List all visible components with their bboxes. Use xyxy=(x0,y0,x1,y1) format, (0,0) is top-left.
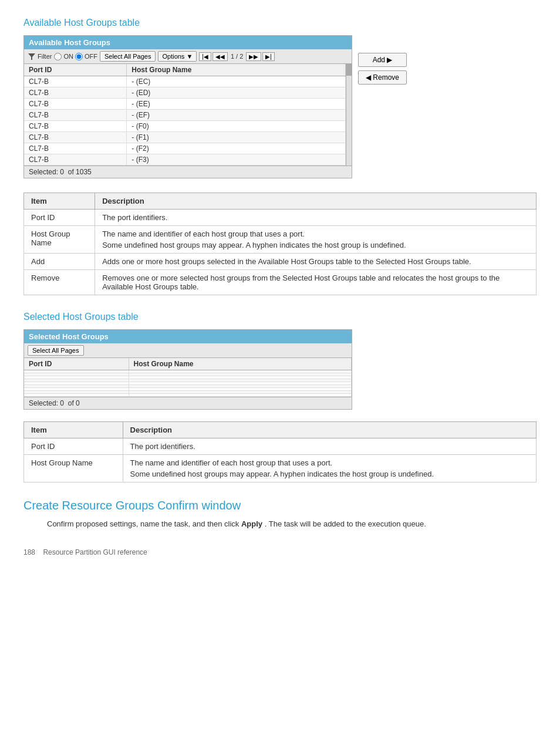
host-group-cell: - (EC) xyxy=(127,76,346,87)
scrollbar-thumb xyxy=(346,64,352,76)
port-id-cell: CL7-B xyxy=(24,132,127,143)
add-remove-buttons: Add ▶ ◀ Remove xyxy=(358,53,407,85)
item-cell: Add xyxy=(24,254,95,270)
item-cell: Host Group Name xyxy=(24,226,95,254)
last-page-btn[interactable]: ▶| xyxy=(262,52,275,61)
create-resource-groups-section: Create Resource Groups Confirm window Co… xyxy=(23,499,537,531)
available-toolbar: Filter ON OFF Select All Pages Options ▼… xyxy=(24,49,352,64)
col-port-id: Port ID xyxy=(24,64,127,76)
available-data-table: Port ID Host Group Name CL7-B- (EC)CL7-B… xyxy=(24,64,346,166)
on-label: ON xyxy=(63,53,73,60)
list-item: RemoveRemoves one or more selected host … xyxy=(24,270,537,295)
on-off-group: ON OFF xyxy=(54,53,97,60)
list-item: Port IDThe port identifiers. xyxy=(24,210,537,226)
available-desc-table: Item Description Port IDThe port identif… xyxy=(23,193,537,295)
selected-toolbar: Select All Pages xyxy=(24,343,352,358)
svg-marker-0 xyxy=(28,53,35,60)
desc-cell: Adds one or more host groups selected in… xyxy=(95,254,537,270)
available-selected-count: Selected: 0 of 1035 xyxy=(24,166,352,178)
table-row[interactable] xyxy=(24,394,352,397)
selected-table-header: Selected Host Groups xyxy=(24,330,352,343)
available-table-header: Available Host Groups xyxy=(24,36,352,49)
table-row[interactable]: CL7-B- (EC) xyxy=(24,76,346,87)
nav-controls: |◀ ◀◀ 1 / 2 ▶▶ ▶| xyxy=(199,52,275,61)
selected-desc-table: Item Description Port IDThe port identif… xyxy=(23,421,537,482)
first-page-btn[interactable]: |◀ xyxy=(199,52,211,61)
item-cell: Port ID xyxy=(24,438,123,455)
options-btn[interactable]: Options ▼ xyxy=(158,51,197,62)
desc-cell: The port identifiers. xyxy=(123,438,536,455)
table-row[interactable]: CL7-B- (F1) xyxy=(24,132,346,143)
page-info: 1 / 2 xyxy=(231,53,243,60)
selected-selected-count: Selected: 0 of 0 xyxy=(24,397,352,409)
port-id-cell: CL7-B xyxy=(24,110,127,121)
filter-label: Filter xyxy=(38,53,52,60)
host-group-cell: - (F2) xyxy=(127,143,346,154)
next-page-btn[interactable]: ▶▶ xyxy=(246,52,261,61)
filter-icon xyxy=(28,52,36,60)
item-cell: Remove xyxy=(24,270,95,295)
desc-cell: The port identifiers. xyxy=(95,210,537,226)
on-radio[interactable] xyxy=(54,53,62,60)
port-id-cell: CL7-B xyxy=(24,87,127,99)
table-row[interactable]: CL7-B- (ED) xyxy=(24,87,346,99)
desc-cell: Removes one or more selected host groups… xyxy=(95,270,537,295)
host-group-cell: - (F0) xyxy=(127,121,346,132)
list-item: Host Group NameThe name and identifier o… xyxy=(24,226,537,254)
page-footer: 188 Resource Partition GUI reference xyxy=(23,548,537,556)
available-table-wrap: Port ID Host Group Name CL7-B- (EC)CL7-B… xyxy=(24,64,352,166)
host-group-cell xyxy=(129,394,351,397)
selected-host-groups-container: Selected Host Groups Select All Pages Po… xyxy=(23,329,352,410)
port-id-cell xyxy=(24,394,129,397)
list-item: Port IDThe port identifiers. xyxy=(24,438,537,455)
selected-data-table: Port ID Host Group Name xyxy=(24,358,352,397)
port-id-cell: CL7-B xyxy=(24,154,127,166)
sel-col-port-id: Port ID xyxy=(24,358,129,370)
sel-desc-col-item: Item xyxy=(24,422,123,438)
create-section-title: Create Resource Groups Confirm window xyxy=(23,499,537,512)
sel-col-host-group-name: Host Group Name xyxy=(129,358,351,370)
item-cell: Host Group Name xyxy=(24,455,123,482)
host-group-cell: - (EF) xyxy=(127,110,346,121)
list-item: AddAdds one or more host groups selected… xyxy=(24,254,537,270)
host-group-cell: - (EE) xyxy=(127,99,346,110)
port-id-cell: CL7-B xyxy=(24,76,127,87)
item-cell: Port ID xyxy=(24,210,95,226)
create-section-body: Confirm proposed settings, name the task… xyxy=(47,518,537,531)
available-host-groups-container: Available Host Groups Filter ON OFF Sele… xyxy=(23,35,352,178)
table-row[interactable]: CL7-B- (F2) xyxy=(24,143,346,154)
desc-col-item: Item xyxy=(24,193,95,210)
port-id-cell: CL7-B xyxy=(24,99,127,110)
apply-label: Apply xyxy=(241,519,262,528)
available-host-groups-title: Available Host Groups table xyxy=(23,18,537,28)
available-host-groups-section: Available Host Groups table Available Ho… xyxy=(23,18,537,295)
selected-host-groups-title: Selected Host Groups table xyxy=(23,312,537,322)
table-row[interactable]: CL7-B- (F0) xyxy=(24,121,346,132)
filter-icon-group: Filter xyxy=(28,52,52,60)
col-host-group-name: Host Group Name xyxy=(127,64,346,76)
host-group-cell: - (ED) xyxy=(127,87,346,99)
off-radio[interactable] xyxy=(75,53,83,60)
table-row[interactable]: CL7-B- (EF) xyxy=(24,110,346,121)
available-table-with-buttons: Available Host Groups Filter ON OFF Sele… xyxy=(23,35,537,181)
port-id-cell: CL7-B xyxy=(24,121,127,132)
desc-cell: The name and identifier of each host gro… xyxy=(95,226,537,254)
table-row[interactable]: CL7-B- (F3) xyxy=(24,154,346,166)
prev-page-btn[interactable]: ◀◀ xyxy=(212,52,228,61)
add-button[interactable]: Add ▶ xyxy=(358,53,407,67)
selected-select-all-pages-btn[interactable]: Select All Pages xyxy=(28,345,84,356)
off-label: OFF xyxy=(85,53,97,60)
desc-col-description: Description xyxy=(95,193,537,210)
port-id-cell: CL7-B xyxy=(24,143,127,154)
host-group-cell: - (F3) xyxy=(127,154,346,166)
scrollbar[interactable] xyxy=(346,64,352,166)
selected-host-groups-section: Selected Host Groups table Selected Host… xyxy=(23,312,537,482)
sel-desc-col-description: Description xyxy=(123,422,536,438)
host-group-cell: - (F1) xyxy=(127,132,346,143)
table-row[interactable]: CL7-B- (EE) xyxy=(24,99,346,110)
list-item: Host Group NameThe name and identifier o… xyxy=(24,455,537,482)
select-all-pages-btn[interactable]: Select All Pages xyxy=(100,51,156,62)
desc-cell: The name and identifier of each host gro… xyxy=(123,455,536,482)
remove-button[interactable]: ◀ Remove xyxy=(358,70,407,85)
